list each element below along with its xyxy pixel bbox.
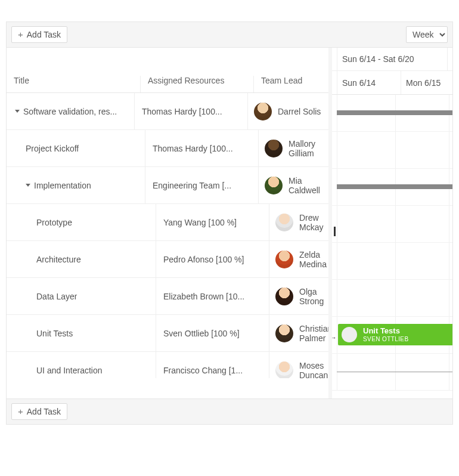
task-bar[interactable]: [337, 372, 452, 372]
task-card-title: Unit Tests: [363, 327, 409, 335]
team-lead: Mallory Gilliam: [289, 139, 322, 158]
timeline-header: Sun 6/14 - Sat 6/20 Sun 6/14 Mon 6/15: [332, 48, 452, 95]
gantt-body: Title Assigned Resources Team Lead Softw…: [7, 47, 452, 399]
timeline-row[interactable]: [332, 132, 452, 169]
assigned-resources: Thomas Hardy [100...: [142, 107, 222, 116]
task-grid-rows: Software validation, res...Thomas Hardy …: [7, 93, 328, 378]
task-row[interactable]: UI and InteractionFrancisco Chang [1...M…: [7, 352, 328, 378]
avatar: [265, 140, 283, 157]
timeline-day-1[interactable]: Mon 6/15: [401, 71, 452, 94]
collapse-icon[interactable]: [26, 184, 30, 187]
assigned-resources: Engineering Team [...: [153, 181, 231, 190]
assigned-resources: Elizabeth Brown [10...: [163, 292, 244, 301]
bottom-toolbar: + Add Task: [7, 399, 452, 424]
task-row[interactable]: ImplementationEngineering Team [...Mia C…: [7, 167, 328, 204]
team-lead: Darrel Solis: [278, 107, 321, 116]
timeline-range: Sun 6/14 - Sat 6/20: [337, 54, 447, 64]
task-row[interactable]: Software validation, res...Thomas Hardy …: [7, 93, 328, 130]
timeline-row[interactable]: →Unit TestsSVEN OTTLIEB: [332, 317, 452, 354]
add-task-button[interactable]: + Add Task: [11, 26, 67, 43]
add-task-button-bottom[interactable]: + Add Task: [11, 403, 67, 420]
task-title: Software validation, res...: [23, 107, 117, 116]
assigned-resources: Sven Ottlieb [100 %]: [163, 329, 240, 338]
assigned-resources: Pedro Afonso [100 %]: [163, 255, 244, 264]
task-title: Project Kickoff: [26, 144, 79, 153]
timeline-row[interactable]: [332, 206, 452, 243]
task-row[interactable]: Data LayerElizabeth Brown [10...Olga Str…: [7, 278, 328, 315]
task-title: UI and Interaction: [36, 366, 103, 375]
timeline-row[interactable]: [332, 280, 452, 317]
task-bar[interactable]: [334, 227, 336, 236]
plus-icon: +: [18, 30, 23, 39]
team-lead: Moses Duncan: [299, 361, 328, 379]
team-lead: Drew Mckay: [299, 213, 323, 232]
team-lead: Christian Palmer: [299, 324, 328, 343]
avatar: [342, 327, 357, 342]
team-lead: Zelda Medina: [299, 250, 327, 269]
task-title: Prototype: [36, 218, 72, 227]
assigned-resources: Francisco Chang [1...: [163, 366, 243, 375]
avatar: [275, 214, 293, 231]
timeline-day-0[interactable]: Sun 6/14: [337, 71, 401, 94]
summary-bar[interactable]: [337, 184, 452, 189]
view-select[interactable]: Week: [406, 26, 448, 43]
task-card[interactable]: Unit TestsSVEN OTTLIEB: [338, 324, 452, 345]
plus-icon: +: [18, 407, 23, 416]
avatar: [275, 288, 293, 305]
timeline-rows: →Unit TestsSVEN OTTLIEB: [332, 95, 452, 391]
task-title: Unit Tests: [36, 329, 73, 338]
col-title[interactable]: Title: [7, 76, 141, 92]
task-title: Architecture: [36, 255, 81, 264]
timeline-row[interactable]: [332, 95, 452, 132]
task-row[interactable]: ArchitecturePedro Afonso [100 %]Zelda Me…: [7, 241, 328, 278]
summary-bar[interactable]: [337, 110, 452, 115]
gantt-widget: + Add Task Week Title Assigned Resources…: [6, 21, 453, 425]
timeline-row[interactable]: [332, 243, 452, 280]
add-task-label: Add Task: [27, 29, 61, 40]
timeline-row[interactable]: [332, 354, 452, 391]
top-toolbar: + Add Task Week: [7, 22, 452, 47]
collapse-icon[interactable]: [15, 110, 20, 113]
avatar: [275, 324, 293, 342]
task-row[interactable]: Project KickoffThomas Hardy [100...Mallo…: [7, 130, 328, 167]
col-resources[interactable]: Assigned Resources: [141, 76, 254, 92]
col-teamlead[interactable]: Team Lead: [254, 76, 328, 92]
task-title: Data Layer: [36, 292, 77, 301]
task-grid-filler: [7, 378, 328, 398]
task-grid-panel: Title Assigned Resources Team Lead Softw…: [7, 48, 328, 398]
task-grid-header: Title Assigned Resources Team Lead: [7, 48, 328, 93]
assigned-resources: Thomas Hardy [100...: [153, 144, 233, 153]
avatar: [265, 177, 283, 194]
dependency-arrow-icon: →: [332, 333, 337, 342]
team-lead: Olga Strong: [299, 287, 324, 306]
avatar: [275, 251, 293, 268]
task-title: Implementation: [34, 181, 91, 190]
add-task-label-bottom: Add Task: [27, 406, 61, 417]
avatar: [254, 103, 272, 120]
timeline-row[interactable]: [332, 169, 452, 206]
assigned-resources: Yang Wang [100 %]: [163, 218, 237, 227]
team-lead: Mia Caldwell: [289, 176, 322, 195]
timeline-panel: Sun 6/14 - Sat 6/20 Sun 6/14 Mon 6/15 →U…: [332, 48, 452, 398]
task-card-subtitle: SVEN OTTLIEB: [363, 336, 409, 342]
task-row[interactable]: Unit TestsSven Ottlieb [100 %]Christian …: [7, 315, 328, 352]
avatar: [275, 361, 293, 379]
task-row[interactable]: PrototypeYang Wang [100 %]Drew Mckay: [7, 204, 328, 241]
